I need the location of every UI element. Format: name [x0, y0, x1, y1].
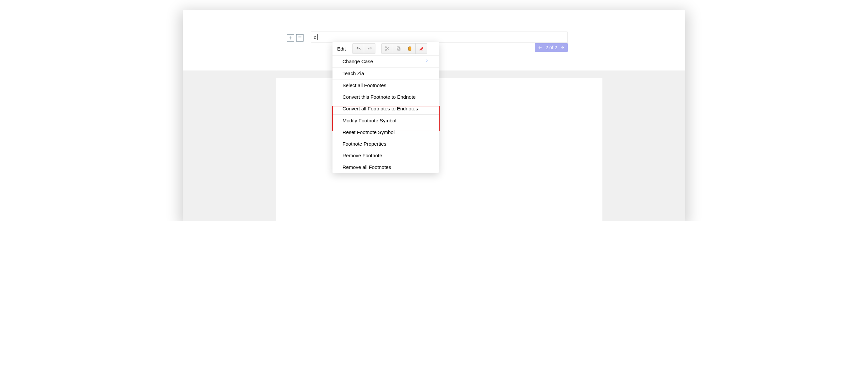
footnote-input[interactable]: 2 [311, 32, 567, 43]
cut-button[interactable] [382, 43, 393, 54]
arrow-left-icon [538, 45, 542, 50]
menu-teach-zia-label: Teach Zia [342, 70, 364, 76]
svg-rect-5 [409, 46, 410, 47]
document-page[interactable] [276, 78, 602, 221]
menu-remove-footnote[interactable]: Remove Footnote [333, 150, 439, 161]
menu-convert-all[interactable]: Convert all Footnotes to Endnotes [333, 103, 439, 114]
menu-modify-symbol-label: Modify Footnote Symbol [342, 118, 396, 124]
menu-convert-this[interactable]: Convert this Footnote to Endnote [333, 91, 439, 103]
text-cursor [317, 34, 317, 40]
prev-footnote-button[interactable] [537, 45, 543, 50]
menu-footnote-properties-label: Footnote Properties [342, 141, 386, 147]
add-footnote-button[interactable] [287, 34, 294, 41]
svg-rect-2 [398, 47, 400, 50]
menu-convert-all-label: Convert all Footnotes to Endnotes [342, 106, 418, 111]
menu-reset-symbol[interactable]: Reset Footnote Symbol [333, 126, 439, 138]
paste-button[interactable] [404, 43, 416, 54]
menu-change-case[interactable]: Change Case [333, 56, 439, 67]
plus-icon [288, 36, 293, 40]
context-menu: Edit [333, 42, 439, 173]
menu-teach-zia[interactable]: Teach Zia [333, 68, 439, 79]
menu-convert-this-label: Convert this Footnote to Endnote [342, 94, 416, 100]
menu-select-all-footnotes-label: Select all Footnotes [342, 82, 386, 88]
chevron-right-icon [425, 59, 429, 64]
footnote-number: 2 [314, 35, 316, 39]
cut-icon [384, 45, 391, 51]
document-editor-frame: 2 2 of 2 Edit [183, 10, 685, 221]
menu-remove-all-footnotes[interactable]: Remove all Footnotes [333, 161, 439, 173]
footnote-counter-widget: 2 of 2 [535, 43, 568, 52]
undo-button[interactable] [353, 43, 364, 54]
arrow-right-icon [560, 45, 565, 50]
redo-button[interactable] [364, 43, 375, 54]
copy-icon [396, 45, 402, 51]
menu-modify-symbol[interactable]: Modify Footnote Symbol [333, 115, 439, 126]
svg-rect-3 [397, 46, 399, 49]
undo-icon [355, 45, 362, 51]
copy-button[interactable] [393, 43, 404, 54]
menu-remove-all-footnotes-label: Remove all Footnotes [342, 164, 391, 170]
redo-icon [367, 45, 373, 51]
svg-rect-4 [408, 47, 411, 50]
footnote-list-button[interactable] [296, 34, 304, 41]
menu-select-all-footnotes[interactable]: Select all Footnotes [333, 79, 439, 91]
menu-reset-symbol-label: Reset Footnote Symbol [342, 129, 395, 135]
next-footnote-button[interactable] [560, 45, 565, 50]
eraser-icon [418, 45, 424, 51]
paste-icon [407, 45, 413, 51]
menu-edit-label: Edit [337, 46, 346, 51]
list-icon [298, 36, 302, 40]
menu-footnote-properties[interactable]: Footnote Properties [333, 138, 439, 150]
menu-change-case-label: Change Case [342, 59, 373, 64]
menu-remove-footnote-label: Remove Footnote [342, 152, 382, 158]
footnote-counter-text: 2 of 2 [546, 45, 557, 50]
clear-formatting-button[interactable] [416, 43, 427, 54]
